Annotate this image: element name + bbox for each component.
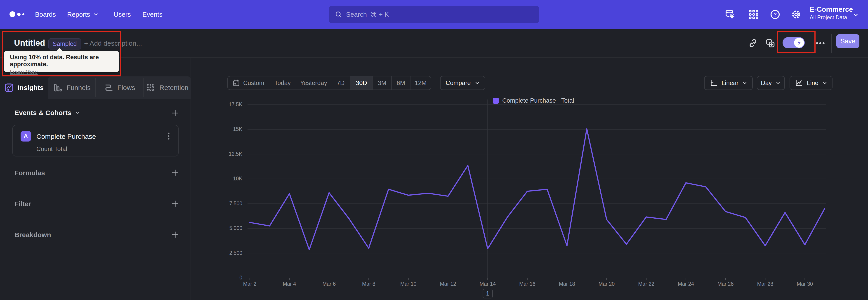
tab-funnels[interactable]: Funnels bbox=[48, 77, 96, 99]
range-30d[interactable]: 30D bbox=[350, 77, 373, 90]
search-placeholder: Search bbox=[346, 11, 367, 18]
top-nav: Boards Reports Users Events Search ⌘ + K… bbox=[0, 0, 868, 29]
divider bbox=[831, 34, 832, 53]
tab-insights[interactable]: Insights bbox=[0, 77, 48, 99]
range-label: 30D bbox=[356, 80, 367, 87]
calendar-icon bbox=[232, 79, 240, 87]
compare-button[interactable]: Compare bbox=[440, 76, 485, 90]
event-metric[interactable]: Count Total bbox=[36, 146, 67, 153]
nav-item-label: Users bbox=[114, 11, 131, 18]
range-6m[interactable]: 6M bbox=[392, 77, 410, 90]
report-title-bar: Untitled Sampled + Add description... Sa… bbox=[0, 29, 868, 58]
insights-chart-icon bbox=[4, 83, 14, 93]
scale-dropdown[interactable]: Linear bbox=[704, 76, 753, 90]
nav-item-label: Reports bbox=[67, 11, 90, 18]
range-7d[interactable]: 7D bbox=[331, 77, 350, 90]
tooltip-message: Using 10% of data. Results are approxima… bbox=[10, 54, 113, 68]
range-label: Today bbox=[274, 80, 291, 87]
add-breakdown-button[interactable] bbox=[170, 230, 180, 239]
nav-item-label: Events bbox=[143, 11, 162, 18]
range-12m[interactable]: 12M bbox=[410, 77, 431, 90]
chevron-down-icon bbox=[93, 11, 99, 18]
retention-dots-icon bbox=[146, 83, 156, 93]
event-options-icon[interactable] bbox=[164, 131, 173, 141]
interval-dropdown[interactable]: Day bbox=[757, 76, 785, 90]
event-letter-badge: A bbox=[21, 131, 31, 142]
report-title[interactable]: Untitled bbox=[14, 38, 45, 48]
breakdown-header: Breakdown bbox=[14, 231, 51, 239]
data-management-icon[interactable] bbox=[724, 9, 735, 20]
nav-item-users[interactable]: Users bbox=[114, 0, 131, 29]
help-icon[interactable] bbox=[770, 9, 780, 20]
axis-linear-icon bbox=[709, 79, 718, 87]
range-today[interactable]: Today bbox=[269, 77, 296, 90]
sampling-tooltip: Using 10% of data. Results are approxima… bbox=[4, 51, 119, 72]
add-description-field[interactable]: + Add description... bbox=[84, 39, 142, 47]
add-formula-button[interactable] bbox=[170, 168, 180, 177]
add-to-board-icon[interactable] bbox=[765, 38, 776, 49]
mixpanel-logo-icon[interactable] bbox=[9, 11, 24, 17]
project-name: E-Commerce bbox=[810, 5, 853, 14]
line-chart[interactable] bbox=[245, 99, 829, 282]
project-scope: All Project Data bbox=[810, 14, 853, 21]
save-button[interactable]: Save bbox=[836, 34, 860, 48]
range-yesterday[interactable]: Yesterday bbox=[296, 77, 331, 90]
interval-label: Day bbox=[761, 80, 772, 87]
chart-type-label: Line bbox=[807, 80, 818, 87]
tab-retention[interactable]: Retention bbox=[143, 77, 191, 99]
range-label: Custom bbox=[243, 80, 264, 87]
compare-label: Compare bbox=[445, 80, 471, 87]
chevron-down-icon bbox=[822, 80, 828, 86]
tab-label: Insights bbox=[18, 84, 43, 92]
tab-label: Funnels bbox=[66, 84, 91, 92]
search-icon bbox=[335, 11, 342, 18]
tab-label: Flows bbox=[117, 84, 135, 92]
copy-link-icon[interactable] bbox=[748, 38, 758, 49]
toggle-knob bbox=[794, 38, 804, 48]
search-shortcut: ⌘ + K bbox=[370, 11, 389, 18]
sampled-badge[interactable]: Sampled bbox=[49, 38, 81, 50]
chevron-down-icon[interactable] bbox=[852, 12, 859, 18]
range-label: Yesterday bbox=[300, 80, 327, 87]
chart-type-dropdown[interactable]: Line bbox=[789, 76, 833, 90]
add-event-button[interactable] bbox=[170, 109, 180, 118]
settings-gear-icon[interactable] bbox=[791, 9, 802, 20]
range-custom[interactable]: Custom bbox=[228, 77, 269, 90]
chevron-down-icon bbox=[74, 110, 80, 116]
funnels-bars-icon bbox=[53, 83, 63, 93]
report-type-tabs: Insights Funnels Flows Retention bbox=[0, 77, 191, 99]
range-label: 7D bbox=[337, 80, 345, 87]
event-name: Complete Purchase bbox=[36, 133, 96, 140]
range-3m[interactable]: 3M bbox=[373, 77, 392, 90]
project-switcher[interactable]: E-Commerce All Project Data bbox=[810, 5, 853, 21]
chevron-down-icon bbox=[474, 80, 480, 86]
nav-item-events[interactable]: Events bbox=[143, 0, 162, 29]
range-label: 3M bbox=[378, 80, 386, 87]
pagination-page-button[interactable]: 1 bbox=[483, 289, 493, 298]
query-sidebar: Insights Funnels Flows Retention Events … bbox=[0, 58, 191, 300]
add-filter-button[interactable] bbox=[170, 199, 180, 208]
filter-header: Filter bbox=[14, 200, 31, 208]
tab-label: Retention bbox=[159, 84, 188, 92]
nav-item-label: Boards bbox=[35, 11, 56, 18]
chevron-down-icon bbox=[742, 80, 747, 86]
flows-curve-icon bbox=[104, 83, 114, 93]
nav-item-reports[interactable]: Reports bbox=[67, 0, 99, 29]
learn-more-link[interactable]: Learn More bbox=[10, 69, 38, 75]
apps-grid-icon[interactable] bbox=[748, 9, 759, 20]
range-label: 6M bbox=[397, 80, 405, 87]
date-range-control: Custom Today Yesterday 7D 30D 3M 6M 12M bbox=[227, 76, 431, 90]
events-cohorts-label: Events & Cohorts bbox=[14, 109, 71, 117]
search-input[interactable]: Search ⌘ + K bbox=[329, 6, 539, 23]
more-options-icon[interactable] bbox=[815, 38, 826, 49]
formulas-header: Formulas bbox=[14, 169, 45, 177]
line-chart-icon bbox=[795, 79, 803, 87]
scale-label: Linear bbox=[721, 80, 739, 87]
range-label: 12M bbox=[415, 80, 427, 87]
tab-flows[interactable]: Flows bbox=[96, 77, 143, 99]
lightning-bolt-icon bbox=[796, 40, 802, 46]
events-cohorts-header[interactable]: Events & Cohorts bbox=[14, 109, 80, 117]
nav-item-boards[interactable]: Boards bbox=[35, 0, 56, 29]
event-card[interactable]: A Complete Purchase Count Total bbox=[12, 125, 179, 156]
sampling-toggle[interactable] bbox=[782, 37, 805, 49]
